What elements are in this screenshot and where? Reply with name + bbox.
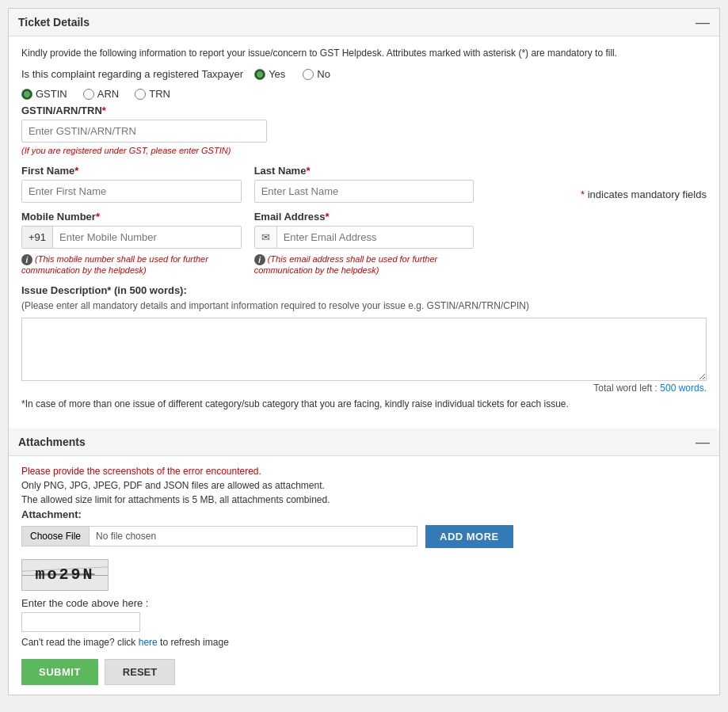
yes-label: Yes <box>269 68 285 80</box>
page-wrapper: Ticket Details — Kindly provide the foll… <box>8 8 720 695</box>
email-required: * <box>326 211 330 223</box>
last-name-group: Last Name* <box>254 165 475 203</box>
mandatory-note: * indicates mandatory fields <box>486 165 707 203</box>
attachments-section: Attachments — Please provide the screens… <box>9 428 719 695</box>
first-name-required: * <box>74 165 78 177</box>
mobile-hint: i(This mobile number shall be used for f… <box>21 254 242 275</box>
mobile-prefix: +91 <box>22 227 53 248</box>
captcha-refresh-link[interactable]: here <box>139 637 158 648</box>
email-icon: ✉ <box>255 227 277 248</box>
issue-hint: (Please enter all mandatory details and … <box>21 299 707 313</box>
issue-textarea[interactable] <box>21 318 707 381</box>
first-name-label: First Name* <box>21 165 242 177</box>
gstin-required-star: * <box>102 105 106 116</box>
email-info-icon: i <box>254 254 265 265</box>
email-input-wrap: ✉ <box>254 226 475 249</box>
yes-radio[interactable] <box>254 69 265 80</box>
name-row: First Name* Last Name* * indicates manda… <box>21 165 707 203</box>
email-hint: i(This email address shall be used for f… <box>254 254 475 275</box>
mobile-required: * <box>96 211 100 223</box>
mobile-input[interactable] <box>53 227 241 248</box>
contact-row: Mobile Number* +91 Email Address* ✉ <box>21 211 707 249</box>
first-name-input[interactable] <box>21 180 242 203</box>
captcha-label: Enter the code above here : <box>21 597 707 609</box>
mobile-input-wrap: +91 <box>21 226 242 249</box>
captcha-image: mo29N <box>21 559 109 591</box>
attachments-body: Please provide the screenshots of the er… <box>9 456 719 695</box>
contact-hints-row: i(This mobile number shall be used for f… <box>21 252 707 275</box>
gstin-field-group: GSTIN/ARN/TRN* <box>21 105 267 143</box>
mandatory-asterisk: * <box>581 188 588 200</box>
attach-info3: The allowed size limit for attachments i… <box>21 494 707 505</box>
gstin-input[interactable] <box>21 120 267 143</box>
attach-info2: Only PNG, JPG, JPEG, PDF and JSON files … <box>21 480 707 491</box>
trn-radio[interactable] <box>135 89 146 100</box>
reset-button[interactable]: RESET <box>105 659 175 685</box>
captcha-input[interactable] <box>21 612 140 632</box>
word-count: Total word left : 500 words. <box>21 383 707 394</box>
issue-group: Issue Description* (in 500 words): (Plea… <box>21 284 707 394</box>
mobile-info-icon: i <box>21 254 32 265</box>
ticket-details-body: Kindly provide the following information… <box>9 36 719 421</box>
yes-radio-label[interactable]: Yes <box>254 68 285 80</box>
trn-radio-label[interactable]: TRN <box>135 88 170 100</box>
gstin-type-radio-group: GSTIN ARN TRN <box>21 88 707 100</box>
arn-label: ARN <box>97 88 119 100</box>
arn-radio[interactable] <box>83 89 94 100</box>
info-text: Kindly provide the following information… <box>21 46 707 60</box>
first-name-group: First Name* <box>21 165 242 203</box>
add-more-btn[interactable]: ADD MORE <box>425 525 513 548</box>
gstin-radio-label[interactable]: GSTIN <box>21 88 67 100</box>
email-group: Email Address* ✉ <box>254 211 475 249</box>
word-count-value: 500 words. <box>660 383 707 394</box>
captcha-refresh: Can't read the image? click here to refr… <box>21 637 707 648</box>
issue-label: Issue Description* (in 500 words): <box>21 284 707 296</box>
form-buttons: SUBMIT RESET <box>21 659 707 685</box>
mobile-group: Mobile Number* +91 <box>21 211 242 249</box>
last-name-input[interactable] <box>254 180 475 203</box>
last-name-label: Last Name* <box>254 165 475 177</box>
trn-label: TRN <box>149 88 170 100</box>
attachment-row: Choose File No file chosen ADD MORE <box>21 525 707 548</box>
captcha-section: mo29N Enter the code above here : Can't … <box>21 559 707 648</box>
registered-taxpayer-row: Is this complaint regarding a registered… <box>21 68 707 80</box>
arn-radio-label[interactable]: ARN <box>83 88 119 100</box>
attachments-header: Attachments — <box>9 428 719 456</box>
no-radio[interactable] <box>303 69 314 80</box>
gstin-radio[interactable] <box>21 89 32 100</box>
ticket-details-header: Ticket Details — <box>9 9 719 36</box>
attach-info1: Please provide the screenshots of the er… <box>21 466 707 477</box>
mandatory-note-text: indicates mandatory fields <box>588 188 707 200</box>
choose-file-btn[interactable]: Choose File <box>22 527 90 546</box>
registered-taxpayer-label: Is this complaint regarding a registered… <box>21 68 243 80</box>
email-input[interactable] <box>277 227 474 248</box>
gstin-label: GSTIN <box>36 88 67 100</box>
taxpayer-radio-group: Yes No <box>254 68 335 80</box>
no-label: No <box>317 68 330 80</box>
mobile-label: Mobile Number* <box>21 211 242 223</box>
ticket-details-title: Ticket Details <box>18 16 90 29</box>
gstin-hint: (If you are registered under GST, please… <box>21 146 267 155</box>
gstin-field-label: GSTIN/ARN/TRN* <box>21 105 267 116</box>
attachments-collapse-btn[interactable]: — <box>696 435 710 449</box>
file-input-wrap: Choose File No file chosen <box>21 526 417 546</box>
no-radio-label[interactable]: No <box>303 68 330 80</box>
attachment-label: Attachment: <box>21 508 707 520</box>
email-label: Email Address* <box>254 211 475 223</box>
issue-note: *In case of more than one issue of diffe… <box>21 397 707 411</box>
file-name: No file chosen <box>90 527 417 546</box>
captcha-text: mo29N <box>35 565 94 584</box>
ticket-details-collapse-btn[interactable]: — <box>696 15 710 29</box>
last-name-required: * <box>306 165 310 177</box>
attachments-title: Attachments <box>18 436 86 448</box>
submit-button[interactable]: SUBMIT <box>21 659 98 685</box>
